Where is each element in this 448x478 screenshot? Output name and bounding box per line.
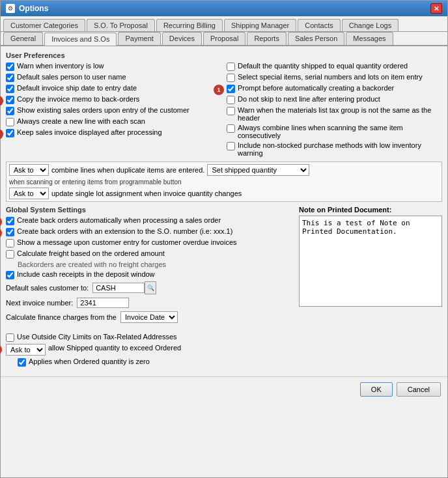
city-limits-label: Use Outside City Limits on Tax-Related A… bbox=[17, 333, 177, 341]
pref-default-sales-person: Default sales person to user name bbox=[6, 73, 221, 82]
combine-label-post: combine lines when duplicate items are e… bbox=[51, 166, 204, 174]
global-no-freight-label: Backorders are created with no freight c… bbox=[18, 260, 166, 268]
global-create-backorders-label: Create back orders automatically when pr… bbox=[17, 216, 221, 224]
pref-ship-date: Default invoice ship date to entry date bbox=[6, 84, 221, 93]
pref-copy-memo-check[interactable] bbox=[6, 96, 14, 104]
global-backorders-extension-check[interactable] bbox=[6, 228, 14, 236]
tab-shipping-manager[interactable]: Shipping Manager bbox=[224, 19, 296, 31]
pref-warn-tax-check[interactable] bbox=[227, 107, 235, 115]
global-overdue-message-check[interactable] bbox=[6, 239, 14, 247]
pref-default-sales-person-check[interactable] bbox=[6, 74, 14, 82]
badge-1: 1 bbox=[214, 85, 224, 95]
global-create-backorders-check[interactable] bbox=[6, 217, 14, 225]
global-left: Global System Settings B Create back ord… bbox=[6, 206, 294, 369]
tab-messages[interactable]: Messages bbox=[346, 32, 393, 45]
tab-sales-person[interactable]: Sales Person bbox=[288, 32, 344, 45]
update-select[interactable]: Ask toAlwaysNever bbox=[9, 188, 49, 199]
pref-warn-tax-label: Warn when the materials list tax group i… bbox=[238, 106, 442, 122]
close-button[interactable]: ✕ bbox=[430, 3, 442, 14]
pref-prompt-backorder-check[interactable] bbox=[227, 85, 235, 93]
pref-default-qty: Default the quantity shipped to equal qu… bbox=[227, 62, 442, 71]
pref-combine-lines-check[interactable] bbox=[227, 124, 235, 133]
shipped-suffix: when scanning or entering items from pro… bbox=[9, 178, 182, 186]
next-invoice-input[interactable] bbox=[77, 298, 129, 308]
pref-show-existing: Show existing sales orders upon entry of… bbox=[6, 106, 221, 115]
pref-prompt-backorder-label: Prompt before automatically creating a b… bbox=[238, 84, 394, 92]
pref-copy-memo: 3 Copy the invoice memo to back-orders bbox=[6, 95, 221, 104]
pref-warn-tax: Warn when the materials list tax group i… bbox=[227, 106, 442, 122]
allow-shipped-select[interactable]: Ask toAlwaysNever bbox=[6, 344, 46, 356]
shipped-qty-select[interactable]: Set shipped quantityDo not change shippe… bbox=[207, 164, 309, 176]
finance-charges-select[interactable]: Invoice DateDue DateShip Date bbox=[120, 311, 178, 323]
allow-shipped-row: 4 Ask toAlwaysNever allow Shipped quanti… bbox=[6, 344, 294, 356]
badge-B: B bbox=[0, 217, 2, 227]
pref-select-special-label: Select special items, serial numbers and… bbox=[238, 73, 423, 81]
pref-combine-lines-label: Always combine lines when scanning the s… bbox=[238, 124, 442, 139]
tab-change-logs[interactable]: Change Logs bbox=[342, 19, 399, 31]
pref-select-special-check[interactable] bbox=[227, 74, 235, 82]
ok-button[interactable]: OK bbox=[360, 382, 393, 397]
global-calc-freight-check[interactable] bbox=[6, 250, 14, 259]
global-include-cash: Include cash receipts in the deposit win… bbox=[6, 270, 294, 279]
pref-warn-inventory-check[interactable] bbox=[6, 63, 14, 71]
note-label: Note on Printed Document: bbox=[299, 206, 442, 214]
pref-show-existing-check[interactable] bbox=[6, 107, 14, 115]
pref-select-special: Select special items, serial numbers and… bbox=[227, 73, 442, 82]
global-calc-freight-label: Calculate freight based on the ordered a… bbox=[17, 249, 165, 257]
tab-recurring-billing[interactable]: Recurring Billing bbox=[156, 19, 223, 31]
tab-proposal[interactable]: Proposal bbox=[203, 32, 245, 45]
badge-2: 2 bbox=[0, 228, 2, 238]
default-sales-input[interactable] bbox=[92, 283, 145, 293]
pref-new-line-label: Always create a new line with each scan bbox=[17, 117, 145, 125]
global-backorders-extension-label: Create back orders with an extension to … bbox=[17, 227, 232, 235]
note-section: Note on Printed Document: bbox=[299, 206, 442, 369]
main-content: User Preferences Warn when inventory is … bbox=[1, 46, 447, 374]
pref-keep-displayed-label: Keep sales invoice displayed after proce… bbox=[17, 128, 162, 136]
badge-5: 5 bbox=[0, 129, 3, 139]
pref-combine-lines: Always combine lines when scanning the s… bbox=[227, 124, 442, 139]
pref-new-line-check[interactable] bbox=[6, 118, 14, 126]
next-invoice-row: Next invoice number: bbox=[6, 298, 294, 308]
global-overdue-message: Show a message upon customer entry for c… bbox=[6, 238, 294, 247]
cancel-button[interactable]: Cancel bbox=[397, 382, 441, 397]
pref-default-qty-check[interactable] bbox=[227, 63, 235, 71]
tabs-row2: General Invoices and S.Os Payment Device… bbox=[1, 32, 447, 46]
tab-devices[interactable]: Devices bbox=[162, 32, 202, 45]
combine-dropdown-row: Ask toAlwaysNever combine lines when dup… bbox=[6, 162, 442, 202]
global-include-cash-label: Include cash receipts in the deposit win… bbox=[17, 270, 155, 278]
pref-show-existing-label: Show existing sales orders upon entry of… bbox=[17, 106, 189, 114]
default-sales-customer-row: Default sales customer to: 🔍 bbox=[6, 281, 294, 294]
options-window: ⚙ Options ✕ Customer Categories S.O. To … bbox=[0, 0, 448, 478]
tab-general[interactable]: General bbox=[3, 32, 43, 45]
combine-select[interactable]: Ask toAlwaysNever bbox=[9, 164, 49, 176]
pref-new-line: Always create a new line with each scan bbox=[6, 117, 221, 126]
tab-contacts[interactable]: Contacts bbox=[298, 19, 340, 31]
tab-so-proposal[interactable]: S.O. To Proposal bbox=[87, 19, 155, 31]
pref-include-nonstocked-check[interactable] bbox=[227, 142, 235, 150]
pref-keep-displayed: 5 Keep sales invoice displayed after pro… bbox=[6, 128, 221, 137]
user-prefs-left: Warn when inventory is low Default sales… bbox=[6, 62, 221, 159]
global-no-freight-backorders: Backorders are created with no freight c… bbox=[6, 260, 294, 268]
pref-no-skip-check[interactable] bbox=[227, 96, 235, 104]
badge-3: 3 bbox=[0, 96, 3, 106]
tab-payment[interactable]: Payment bbox=[118, 32, 160, 45]
global-include-cash-check[interactable] bbox=[6, 271, 14, 279]
city-limits-cb-row: Use Outside City Limits on Tax-Related A… bbox=[6, 333, 294, 342]
note-textarea[interactable] bbox=[299, 216, 442, 307]
pref-copy-memo-label: Copy the invoice memo to back-orders bbox=[17, 95, 139, 103]
applies-zero-check[interactable] bbox=[18, 358, 26, 367]
title-bar: ⚙ Options ✕ bbox=[1, 1, 447, 16]
finance-charges-row: Calculate finance charges from the Invoi… bbox=[6, 311, 294, 323]
global-section: Global System Settings B Create back ord… bbox=[6, 206, 442, 369]
default-sales-browse-button[interactable]: 🔍 bbox=[145, 281, 156, 294]
pref-keep-displayed-check[interactable] bbox=[6, 129, 14, 137]
pref-include-nonstocked-label: Include non-stocked purchase methods wit… bbox=[238, 141, 442, 157]
global-settings-label: Global System Settings bbox=[6, 206, 294, 214]
city-limits-check[interactable] bbox=[6, 333, 14, 342]
tab-reports[interactable]: Reports bbox=[247, 32, 287, 45]
pref-ship-date-label: Default invoice ship date to entry date bbox=[17, 84, 137, 92]
tab-customer-categories[interactable]: Customer Categories bbox=[3, 19, 85, 31]
pref-ship-date-check[interactable] bbox=[6, 85, 14, 93]
applies-zero-label: Applies when Ordered quantity is zero bbox=[29, 358, 150, 365]
tab-invoices-sos[interactable]: Invoices and S.Os bbox=[44, 33, 117, 46]
